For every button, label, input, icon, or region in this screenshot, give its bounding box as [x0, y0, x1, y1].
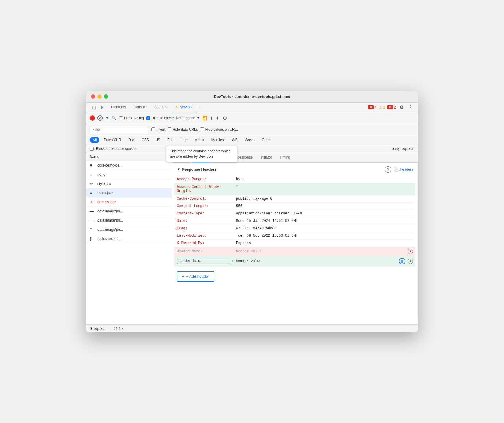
request-item[interactable]: {} topics-taxono...: [86, 234, 172, 243]
responsive-icon[interactable]: ⊡: [99, 103, 107, 112]
hide-extension-urls-checkbox[interactable]: [200, 127, 204, 131]
error-icon: ✕: [368, 105, 374, 109]
error-icon: ✕: [90, 200, 95, 204]
throttling-chevron-icon: ▼: [196, 116, 200, 120]
request-item[interactable]: ✏ style.css: [86, 179, 172, 188]
throttling-select[interactable]: No throttling ▼: [176, 116, 200, 120]
request-item[interactable]: — data:image/pn...: [86, 207, 172, 216]
tab-alerts: ✕ 4 ⚠ 2 ✕ 2 ⚙ ⋮: [368, 103, 414, 111]
request-item[interactable]: ≡ none: [86, 170, 172, 179]
type-js-button[interactable]: JS: [153, 137, 163, 143]
filter-input[interactable]: [90, 126, 149, 133]
header-colon: :: [231, 259, 233, 263]
header-name: Date:: [177, 219, 236, 223]
info-icon[interactable]: ℹ: [408, 259, 413, 264]
type-all-button[interactable]: All: [90, 137, 99, 143]
filter-icon[interactable]: ▼: [105, 116, 109, 120]
headers-file-link[interactable]: 📄 .headers: [394, 167, 413, 172]
main-tab-bar: ⬚ ⊡ Elements Console Sources ⚠Network » …: [86, 103, 418, 112]
minimize-button[interactable]: [97, 94, 102, 99]
wifi-icon[interactable]: 📶: [202, 116, 207, 120]
add-header-button[interactable]: + + Add header: [177, 271, 214, 282]
type-fetch-button[interactable]: Fetch/XHR: [101, 137, 124, 143]
header-name: X-Powered-By:: [177, 241, 236, 245]
type-filter-bar: All Fetch/XHR Doc CSS JS Font Img Media …: [86, 135, 418, 145]
type-media-button[interactable]: Media: [192, 137, 207, 143]
close-button[interactable]: [91, 94, 95, 99]
tab-sources[interactable]: Sources: [151, 103, 171, 112]
disable-cache-checkbox[interactable]: ✓: [146, 116, 150, 120]
header-value: public, max-age=0: [236, 197, 413, 201]
delete-header-button[interactable]: 🗑: [399, 258, 405, 264]
hide-extension-urls-option: Hide extension URLs: [200, 127, 239, 132]
header-name: Last-Modified:: [177, 234, 236, 238]
help-icon[interactable]: ?: [385, 166, 391, 173]
window-title: DevTools - cors-demo-devtools.glitch.me/: [214, 94, 290, 99]
record-button[interactable]: [90, 115, 95, 121]
tooltip-popup: This response contains headers which are…: [166, 146, 237, 162]
header-value-editable[interactable]: header value: [236, 259, 398, 263]
tab-initiator[interactable]: Initiator: [257, 153, 275, 162]
header-value: bytes: [236, 177, 413, 181]
devtools-window: DevTools - cors-demo-devtools.glitch.me/…: [86, 91, 418, 332]
css-icon: ✏: [90, 181, 95, 186]
tab-network[interactable]: ⚠Network: [171, 103, 196, 112]
download-icon[interactable]: ⬇: [216, 116, 219, 120]
header-row: Etag: W/"22c-18457c15d68": [177, 225, 413, 232]
more-tabs-icon[interactable]: »: [197, 103, 202, 112]
hide-data-urls-checkbox[interactable]: [168, 127, 171, 131]
type-doc-button[interactable]: Doc: [125, 137, 137, 143]
request-item-error[interactable]: ✕ dummy.json: [86, 198, 172, 207]
type-wasm-button[interactable]: Wasm: [242, 137, 258, 143]
header-name-input[interactable]: Header-Name: [177, 259, 230, 264]
info-icon: ✕: [387, 105, 393, 109]
request-item[interactable]: ≡ cors-demo-de...: [86, 161, 172, 170]
header-name: Accept-Ranges:: [177, 177, 236, 181]
image-icon: —: [90, 218, 95, 223]
blocked-cookies-checkbox[interactable]: [90, 147, 94, 151]
header-name: Cache-Control:: [177, 197, 236, 201]
filter-bar: Invert Hide data URLs Hide extension URL…: [86, 124, 418, 135]
tab-console[interactable]: Console: [130, 103, 150, 112]
status-divider: [110, 327, 110, 331]
request-item[interactable]: — data:image/pn...: [86, 216, 172, 225]
network-settings-icon[interactable]: ⚙: [221, 114, 228, 122]
header-row: X-Powered-By: Express: [177, 240, 413, 247]
upload-icon[interactable]: ⬆: [210, 116, 213, 120]
section-title: ▼ Response Headers: [177, 167, 216, 172]
header-row: Accept-Ranges: bytes: [177, 176, 413, 183]
request-item[interactable]: □ data:image/pn...: [86, 225, 172, 234]
json-icon: {}: [90, 236, 95, 241]
type-img-button[interactable]: Img: [179, 137, 190, 143]
selector-icon[interactable]: ⬚: [90, 103, 98, 112]
add-header-section: + + Add header: [177, 271, 413, 282]
error-badge: ✕ 4: [368, 105, 377, 109]
maximize-button[interactable]: [104, 94, 108, 99]
tab-timing[interactable]: Timing: [276, 153, 294, 162]
warning-badge: ⚠ 2: [379, 105, 385, 109]
info-icon[interactable]: ℹ: [405, 249, 413, 254]
preserve-log-checkbox[interactable]: [119, 116, 123, 120]
clear-button[interactable]: ⊘: [97, 115, 103, 121]
header-value: application/json; charset=UTF-8: [236, 212, 413, 216]
info-circle-icon: ℹ: [408, 249, 413, 254]
settings-icon[interactable]: ⚙: [398, 103, 405, 111]
type-other-button[interactable]: Other: [259, 137, 274, 143]
info-badge: ✕ 2: [387, 105, 396, 109]
request-item-selected[interactable]: ≡ todos.json: [86, 188, 172, 198]
search-icon[interactable]: 🔍: [112, 116, 117, 120]
type-font-button[interactable]: Font: [164, 137, 177, 143]
collapse-icon[interactable]: ▼: [177, 167, 181, 172]
header-value: 556: [236, 204, 413, 208]
type-manifest-button[interactable]: Manifest: [208, 137, 228, 143]
header-value: Tue, 08 Nov 2022 15:00:01 GMT: [236, 234, 413, 238]
more-options-icon[interactable]: ⋮: [407, 103, 414, 111]
type-ws-button[interactable]: WS: [229, 137, 240, 143]
invert-checkbox[interactable]: [151, 127, 155, 131]
header-row: Cache-Control: public, max-age=0: [177, 195, 413, 203]
header-name: Access-Control-Allow-Origin:: [177, 185, 236, 193]
tab-elements[interactable]: Elements: [107, 103, 129, 112]
requests-panel: Name ≡ cors-demo-de... ≡ none ✏ style.cs…: [86, 153, 172, 324]
type-css-button[interactable]: CSS: [139, 137, 152, 143]
header-row-editable: Header-Name : header value 🗑 ℹ: [174, 256, 415, 267]
